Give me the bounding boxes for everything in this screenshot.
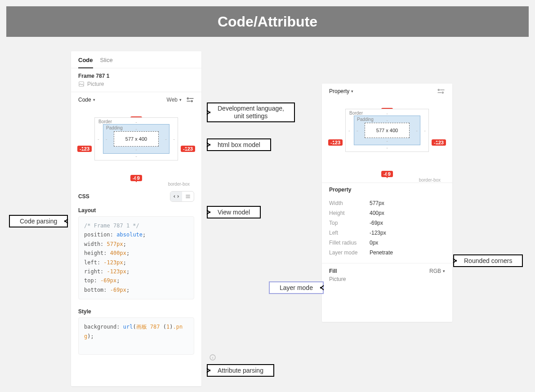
css-header: CSS <box>71 187 201 204</box>
settings-icon[interactable] <box>186 96 194 104</box>
callout-layermode: Layer mode <box>269 281 324 294</box>
border-label: Border <box>349 111 363 116</box>
prop-radius: Fillet radius0px <box>329 238 445 248</box>
callout-boxmodel: html box model <box>207 138 271 151</box>
tabbar: Code Slice <box>71 51 201 68</box>
border-label: Border <box>98 119 112 124</box>
prop-layer-mode: Layer modePenetrate <box>329 248 445 258</box>
svg-point-3 <box>191 101 192 102</box>
css-style-code[interactable]: background: url(画板 787 (1).pn g); <box>78 317 194 355</box>
code-mode-bar: Code ▾ Web ▾ <box>71 92 201 107</box>
info-icon[interactable] <box>183 344 190 352</box>
tab-code[interactable]: Code <box>78 51 100 68</box>
property-list: Width577px Height400px Top-69px Left-123… <box>322 196 452 263</box>
settings-icon[interactable] <box>437 87 445 95</box>
property-panel: Property ▾ -69 -69 -123 -123 <box>322 84 452 322</box>
svg-point-1 <box>187 98 188 99</box>
object-section: Frame 787 1 Picture <box>71 68 201 92</box>
chevron-down-icon: ▾ <box>179 98 182 102</box>
box-sizing-label: border-box <box>419 178 441 183</box>
margin-left-tag: -123 <box>328 139 343 146</box>
web-dropdown[interactable]: Web ▾ <box>167 97 182 103</box>
padding-label: Padding <box>357 117 374 122</box>
callout-attr: Attribute parsing <box>207 364 274 377</box>
callout-lang: Development language, unit settings <box>207 102 295 122</box>
prop-left: Left-123px <box>329 228 445 238</box>
content-size: 577 x 400 <box>114 131 159 147</box>
listview-icon[interactable] <box>182 192 194 201</box>
chevron-down-icon: ▾ <box>443 269 445 273</box>
margin-bottom-tag: -69 <box>130 175 142 181</box>
picture-label: Picture <box>87 81 104 87</box>
picture-icon <box>78 81 85 87</box>
tab-slice[interactable]: Slice <box>100 51 120 68</box>
fill-header: Fill RGB ▾ <box>322 263 452 275</box>
chevron-down-icon: ▾ <box>93 98 95 102</box>
margin-right-tag: -123 <box>181 146 195 152</box>
content-size: 577 x 400 <box>365 123 410 138</box>
codeview-icon[interactable] <box>170 192 182 201</box>
layout-label: Layout <box>71 204 201 216</box>
style-label: Style <box>71 305 201 317</box>
code-dropdown[interactable]: Code ▾ <box>78 97 95 103</box>
margin-bottom-tag: -69 <box>381 171 393 177</box>
margin-right-tag: -123 <box>432 139 446 146</box>
prop-height: Height400px <box>329 208 445 218</box>
padding-label: Padding <box>106 125 123 130</box>
fill-label: Fill <box>329 268 337 274</box>
svg-point-11 <box>438 89 439 91</box>
prop-top: Top-69px <box>329 218 445 228</box>
code-panel: Code Slice Frame 787 1 Picture Code ▾ We… <box>71 51 201 386</box>
canvas: Code Slice Frame 787 1 Picture Code ▾ We… <box>0 37 535 392</box>
css-view-toggle <box>170 191 194 202</box>
callout-code: Code parsing <box>9 215 68 227</box>
chevron-down-icon: ▾ <box>351 89 353 94</box>
rgb-dropdown[interactable]: RGB ▾ <box>429 268 445 274</box>
margin-left-tag: -123 <box>77 146 92 152</box>
property-dropdown[interactable]: Property ▾ <box>329 88 353 94</box>
svg-point-13 <box>442 92 443 94</box>
callout-viewmodel: View model <box>207 206 261 218</box>
box-model: -69 -69 -123 -123 Border - - - - <box>331 109 443 176</box>
fill-value: Picture <box>322 275 452 289</box>
object-name: Frame 787 1 <box>78 73 194 79</box>
page-banner: Code/Attribute <box>6 6 529 37</box>
box-model: -69 -69 -123 -123 Border - - - - <box>80 117 192 180</box>
css-layout-code[interactable]: /* Frame 787 1 */ position: absolute; wi… <box>78 216 194 299</box>
property-bar: Property ▾ <box>322 84 452 99</box>
page-title: Code/Attribute <box>218 13 317 30</box>
box-sizing-label: border-box <box>168 182 190 187</box>
callout-corners: Rounded corners <box>453 254 523 267</box>
property-section-label: Property <box>322 183 452 196</box>
prop-width: Width577px <box>329 198 445 208</box>
